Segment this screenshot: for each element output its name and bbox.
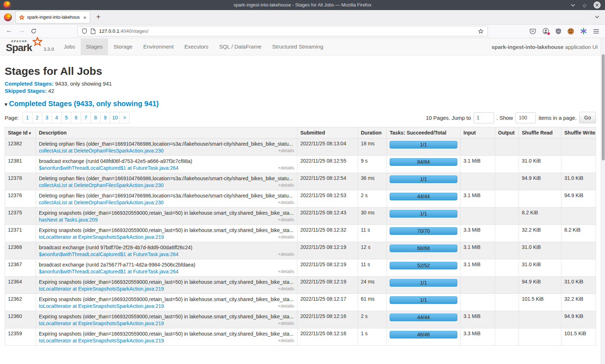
stage-description-cell: Deleting orphan files (older_than=166910…: [36, 190, 297, 208]
details-toggle[interactable]: +details: [278, 269, 294, 274]
bookmark-star-icon[interactable]: [478, 28, 484, 34]
page-button-7[interactable]: 7: [81, 112, 91, 123]
page-button-1[interactable]: 1: [22, 112, 32, 123]
asterisk-extension-icon[interactable]: [580, 28, 587, 35]
details-toggle[interactable]: +details: [278, 251, 294, 257]
list-all-tabs-icon[interactable]: [595, 15, 600, 19]
page-button-4[interactable]: 4: [51, 112, 62, 123]
go-button[interactable]: Go: [579, 112, 596, 123]
page-button-6[interactable]: 6: [71, 112, 81, 123]
pocket-icon[interactable]: [529, 28, 536, 35]
spark-logo[interactable]: APACHE Spark 3.3.0: [0, 38, 58, 55]
column-input[interactable]: Input: [461, 127, 495, 138]
stage-id-cell: 12378: [5, 173, 36, 190]
reload-button[interactable]: [31, 28, 37, 34]
stage-callsite-link[interactable]: $anonfun$withThreadLocalCaptured$1 at Fu…: [39, 268, 179, 275]
tab-close-icon[interactable]: ×: [83, 14, 86, 21]
stage-description-cell: broadcast exchange (runId 048fd06f-d753-…: [36, 156, 297, 173]
details-toggle[interactable]: +details: [278, 217, 294, 222]
page-info-icon[interactable]: [91, 28, 95, 34]
details-toggle[interactable]: +details: [278, 165, 294, 170]
stage-callsite-link[interactable]: hasNext at Tasks.java:209: [39, 217, 98, 223]
page-button-9[interactable]: 9: [100, 112, 110, 123]
account-containers-icon[interactable]: [542, 28, 549, 35]
stage-callsite-link[interactable]: toLocalIterator at ExpireSnapshotsSparkA…: [39, 337, 164, 344]
pager: 12345678910>: [22, 112, 130, 123]
submitted-cell: 2022/11/25 08:12:55: [297, 156, 358, 173]
back-button[interactable]: ←: [6, 27, 12, 34]
column-stage-id[interactable]: Stage Id ▾: [5, 127, 36, 138]
url-bar[interactable]: 127.0.0.1:4040/stages/: [77, 26, 488, 36]
spark-nav-item-executors[interactable]: Executors: [179, 38, 214, 55]
page-button-8[interactable]: 8: [90, 112, 100, 123]
page-button-2[interactable]: 2: [32, 112, 42, 123]
menu-hamburger-icon[interactable]: [593, 29, 599, 34]
ublock-origin-icon[interactable]: uO: [555, 28, 561, 35]
stage-callsite-link[interactable]: toLocalIterator at ExpireSnapshotsSparkA…: [39, 303, 164, 310]
details-toggle[interactable]: +details: [278, 200, 294, 205]
stage-callsite-link[interactable]: collectAsList at DeleteOrphanFilesSparkA…: [39, 147, 163, 154]
column-shuffle-write[interactable]: Shuffle Write: [561, 127, 596, 138]
tasks-progress-label: 44/44: [417, 194, 430, 199]
stage-callsite-link[interactable]: $anonfun$withThreadLocalCaptured$1 at Fu…: [39, 251, 179, 258]
new-tab-button[interactable]: +: [94, 12, 103, 22]
duration-cell: 18 ms: [358, 138, 387, 156]
shield-permissions-icon[interactable]: [82, 28, 87, 34]
details-toggle[interactable]: +details: [278, 234, 294, 240]
page-button-5[interactable]: 5: [61, 112, 71, 123]
stages-table: Stage Id ▾ Description Submitted Duratio…: [5, 127, 596, 346]
show-label: . Show: [497, 115, 513, 121]
column-duration[interactable]: Duration: [358, 127, 387, 138]
page-scrollbar[interactable]: [601, 38, 605, 364]
spark-nav-item-sql-dataframe[interactable]: SQL / DataFrame: [214, 38, 267, 55]
window-minimize-button[interactable]: [570, 3, 575, 7]
tasks-progress-bar: 1/1: [390, 296, 457, 304]
details-toggle[interactable]: +details: [278, 320, 294, 326]
stage-description-text: broadcast exchange (runId 048fd06f-d753-…: [39, 158, 294, 165]
tasks-progress-bar: 44/44: [390, 314, 457, 321]
spark-nav-item-jobs[interactable]: Jobs: [58, 38, 81, 55]
stage-callsite-link[interactable]: $anonfun$withThreadLocalCaptured$1 at Fu…: [39, 165, 179, 172]
column-shuffle-read[interactable]: Shuffle Read: [519, 127, 561, 138]
details-toggle[interactable]: +details: [278, 182, 294, 188]
shuffle-read-cell: 31.0 KiB: [519, 242, 561, 259]
stage-id-cell: 12359: [5, 328, 36, 346]
window-maximize-button[interactable]: ◇: [583, 3, 586, 8]
scrollbar-thumb[interactable]: [602, 54, 605, 160]
spark-nav-item-structured-streaming[interactable]: Structured Streaming: [267, 38, 329, 55]
completed-stages-section-header[interactable]: ▾Completed Stages (9433, only showing 94…: [5, 99, 596, 109]
stage-callsite-link[interactable]: toLocalIterator at ExpireSnapshotsSparkA…: [39, 234, 164, 241]
stage-callsite-link[interactable]: collectAsList at DeleteOrphanFilesSparkA…: [39, 199, 163, 206]
completed-stages-value: 9433, only showing 941: [54, 81, 112, 87]
details-toggle[interactable]: +details: [278, 286, 294, 291]
spark-nav-item-environment[interactable]: Environment: [138, 38, 179, 55]
column-submitted[interactable]: Submitted: [297, 127, 358, 138]
forward-button[interactable]: →: [18, 27, 25, 34]
details-toggle[interactable]: +details: [278, 303, 294, 309]
tasks-progress-bar: 68/68: [390, 245, 457, 252]
input-cell: 3.1 MiB: [461, 190, 495, 208]
cookie-extension-icon[interactable]: [568, 28, 574, 35]
page-button-3[interactable]: 3: [42, 112, 52, 123]
jump-to-page-input[interactable]: [474, 112, 494, 123]
page-button-10[interactable]: 10: [110, 112, 120, 123]
stage-callsite-link[interactable]: collectAsList at DeleteOrphanFilesSparkA…: [39, 182, 163, 189]
column-output[interactable]: Output: [495, 127, 519, 138]
stage-callsite-link[interactable]: toLocalIterator at ExpireSnapshotsSparkA…: [39, 320, 164, 327]
spark-nav-item-stages[interactable]: Stages: [81, 38, 108, 55]
items-per-page-input[interactable]: [515, 112, 536, 123]
browser-tab[interactable]: spark-ingest-into-lakehous ×: [16, 12, 90, 23]
next-page-button[interactable]: >: [120, 112, 130, 123]
firefox-view-button[interactable]: [4, 13, 12, 21]
column-description[interactable]: Description: [36, 127, 297, 138]
spark-nav-item-storage[interactable]: Storage: [108, 38, 138, 55]
column-tasks[interactable]: Tasks: Succeeded/Total: [387, 127, 461, 138]
submitted-cell: 2022/11/25 08:12:17: [297, 294, 358, 311]
details-toggle[interactable]: +details: [278, 338, 294, 343]
shuffle-write-cell: 31.0 KiB: [561, 173, 596, 190]
stage-callsite-link[interactable]: toLocalIterator at ExpireSnapshotsSparkA…: [39, 286, 164, 292]
shuffle-read-cell: [519, 190, 561, 208]
shuffle-write-cell: [561, 259, 596, 277]
details-toggle[interactable]: +details: [278, 148, 294, 153]
window-close-button[interactable]: [593, 1, 601, 9]
